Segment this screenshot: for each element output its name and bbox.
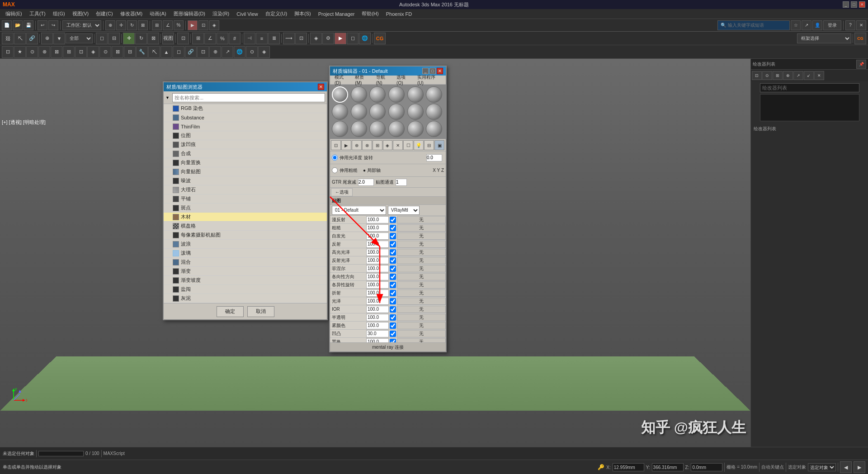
prop-value-0[interactable] [366,216,389,223]
me-menu-mode[interactable]: 模式(D) [332,76,352,85]
rotation-input[interactable] [426,154,442,161]
gtr-input[interactable] [358,179,374,186]
prop-map-btn-12[interactable]: 无 [397,314,446,321]
mat-item-7[interactable]: 向量贴图 [164,167,327,176]
z-input[interactable] [691,463,722,471]
mat-item-12[interactable]: 木材 [164,213,327,222]
menu-modifier[interactable]: 修改器(M) [117,9,146,19]
t3-12[interactable]: 🔧 [136,46,148,58]
me-material-type-select[interactable]: VRayMtl [388,206,420,215]
link-btn[interactable]: ⛓ [2,33,14,44]
prop-checkbox-7[interactable] [390,274,396,280]
prop-checkbox-5[interactable] [390,257,396,264]
mat-cancel-btn[interactable]: 取消 [247,306,274,317]
prop-map-btn-15[interactable]: 无 [397,338,446,343]
layer-btn[interactable]: ≣ [268,33,280,44]
prop-checkbox-10[interactable] [390,298,396,304]
rotate-btn[interactable]: ↻ [127,20,137,30]
prop-map-btn-0[interactable]: 无 [397,216,446,223]
t3-17[interactable]: ⊡ [197,46,209,58]
snap2-btn[interactable]: ⊞ [192,33,204,44]
close-app-btn[interactable]: ✕ [856,20,866,30]
mat-item-18[interactable]: 渐变 [164,267,327,276]
me-delete-btn[interactable]: ✕ [393,140,403,150]
x-input[interactable] [613,463,644,471]
frame-btn[interactable]: ◻ [347,33,359,44]
prop-checkbox-1[interactable] [390,225,396,231]
radio-use-rough[interactable] [332,167,338,173]
me-video-color-btn[interactable]: ▣ [434,140,444,150]
prop-checkbox-13[interactable] [390,322,396,329]
envfx-btn[interactable]: 🌐 [359,33,371,44]
scale2-btn[interactable]: ⊠ [147,33,159,44]
prop-checkbox-8[interactable] [390,282,396,288]
me-backlight-btn[interactable]: 💡 [414,140,424,150]
mat-editor-restore-btn[interactable]: □ [429,68,436,74]
select-region-btn[interactable]: ◻ [96,33,108,44]
menu-create[interactable]: 创建(C) [92,9,116,19]
menu-group[interactable]: 组(G) [49,9,69,19]
share-btn[interactable]: ↗ [802,20,811,30]
prop-checkbox-3[interactable] [390,241,396,247]
prop-value-15[interactable] [366,338,389,343]
prop-map-btn-4[interactable]: 无 [397,249,446,256]
select-btn[interactable]: ⊕ [105,20,115,30]
percent-snap2-btn[interactable]: % [217,33,228,44]
mat-item-14[interactable]: 每像素摄影机贴图 [164,231,327,240]
rpanel-tb3[interactable]: ⊞ [773,71,783,80]
y-input[interactable] [652,463,684,471]
prop-value-12[interactable] [366,314,389,321]
spinner-snap-btn[interactable]: # [229,33,241,44]
redo-btn[interactable]: ↪ [48,20,58,30]
mat-item-6[interactable]: 向量置换 [164,158,327,167]
prop-value-8[interactable] [366,281,389,289]
menu-project-manager[interactable]: Project Manager [315,9,359,19]
menu-edit[interactable]: 编辑(E) [2,9,26,19]
mat-item-2[interactable]: ThinFilm [164,122,327,131]
me-sphere-6[interactable] [332,104,348,120]
mat-item-4[interactable]: 泼凹痕 [164,140,327,149]
me-tab-options[interactable]: ← 选项 [331,188,353,196]
mirror-btn[interactable]: ⊣ [244,33,255,44]
me-show-bg-btn[interactable]: ☐ [403,140,413,150]
prop-value-7[interactable] [366,273,389,280]
mat-item-17[interactable]: 混合 [164,258,327,267]
mat-item-5[interactable]: 合成 [164,149,327,158]
prop-checkbox-14[interactable] [390,331,396,337]
me-reset-btn[interactable]: ⊗ [362,140,372,150]
me-sphere-4[interactable] [407,86,424,103]
prop-value-10[interactable] [366,298,389,305]
menu-phoenix[interactable]: Phoenix FD [382,9,415,19]
cg2-btn[interactable]: CG [854,33,866,44]
me-copy-btn[interactable]: ⊞ [373,140,382,150]
me-sphere-0[interactable] [332,86,348,103]
me-menu-navigate[interactable]: 导航(N) [373,76,394,85]
cg-btn[interactable]: CG [374,33,386,44]
mat-ok-btn[interactable]: 确定 [217,306,244,317]
timeline-next[interactable]: ▶ [854,461,865,473]
t3-7[interactable]: ⊡ [75,46,87,58]
t3-6[interactable]: ⊞ [63,46,75,58]
mat-item-10[interactable]: 平铺 [164,194,327,204]
select-dropdown[interactable]: 选定对象 [808,463,836,471]
me-sphere-5[interactable] [426,86,442,103]
menu-script[interactable]: 脚本(S) [291,9,315,19]
filter-dropdown[interactable]: 全部 [66,33,93,43]
prop-map-btn-2[interactable]: 无 [397,232,446,240]
me-sphere-1[interactable] [351,86,367,103]
prop-checkbox-0[interactable] [390,217,396,223]
me-background-btn[interactable]: ⊟ [424,140,434,150]
me-make-unique-btn[interactable]: ◈ [383,140,393,150]
rpanel-tb5[interactable]: ↗ [793,71,803,80]
material-editor-btn[interactable]: ◈ [209,20,219,30]
mat-editor-minimize-btn[interactable]: _ [422,68,429,74]
me-sphere-9[interactable] [388,104,405,120]
rpanel-pin-btn[interactable]: 📌 [856,60,866,69]
quickrender-btn[interactable]: ⊡ [198,20,208,30]
channel-input[interactable] [396,179,407,186]
radio-use-glossy[interactable] [332,155,338,161]
t3-3[interactable]: ⊙ [26,46,38,58]
minimize-btn[interactable]: _ [843,1,849,8]
me-sphere-13[interactable] [351,121,367,137]
me-sphere-15[interactable] [388,121,405,137]
